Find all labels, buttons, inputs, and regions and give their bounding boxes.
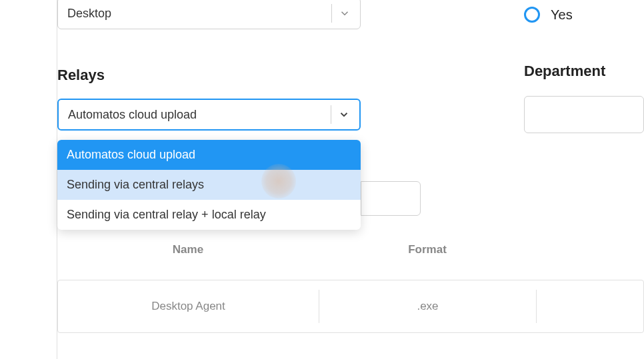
relays-select-value: Automatos cloud upload <box>68 108 197 122</box>
chevron-down-icon <box>339 7 351 19</box>
dropdown-option-2[interactable]: Sending via central relay + local relay <box>57 200 361 230</box>
dropdown-option-label: Sending via central relays <box>67 178 204 191</box>
radio-yes[interactable]: Yes <box>524 7 644 23</box>
department-label: Department <box>524 63 644 80</box>
col-header-format: Format <box>319 243 536 256</box>
desktop-select[interactable]: Desktop <box>57 0 361 29</box>
separator <box>331 105 331 124</box>
cell-name: Desktop Agent <box>58 290 319 323</box>
chevron-down-icon <box>338 109 350 121</box>
dropdown-option-label: Automatos cloud upload <box>67 148 195 161</box>
partially-hidden-field[interactable] <box>361 181 421 216</box>
relays-label: Relays <box>57 67 105 84</box>
dropdown-option-1[interactable]: Sending via central relays <box>57 170 361 200</box>
separator <box>331 4 332 23</box>
cell-name-text: Desktop Agent <box>151 300 225 313</box>
table-header: Name Format <box>57 243 644 256</box>
relays-select[interactable]: Automatos cloud upload <box>57 99 361 131</box>
department-input[interactable] <box>524 96 644 133</box>
dropdown-option-label: Sending via central relay + local relay <box>67 208 266 221</box>
table-row[interactable]: Desktop Agent .exe <box>57 280 644 333</box>
cell-trailing <box>537 290 643 323</box>
col-header-name: Name <box>57 243 319 256</box>
cell-format: .exe <box>319 290 537 323</box>
cell-format-text: .exe <box>417 300 438 313</box>
relays-dropdown: Automatos cloud upload Sending via centr… <box>57 140 361 230</box>
radio-yes-label: Yes <box>551 7 573 23</box>
dropdown-option-0[interactable]: Automatos cloud upload <box>57 140 361 170</box>
desktop-select-value: Desktop <box>67 7 111 21</box>
radio-icon <box>524 7 540 23</box>
